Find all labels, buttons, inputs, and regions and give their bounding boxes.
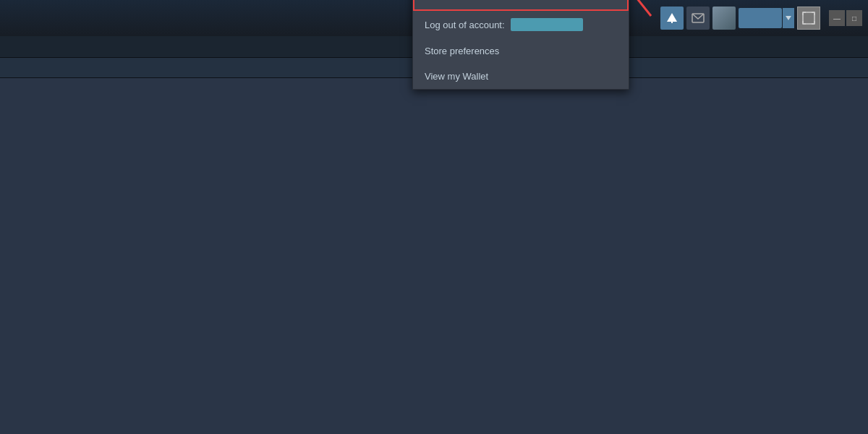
dropdown-arrow-btn[interactable] — [783, 8, 794, 28]
mail-icon[interactable] — [686, 7, 710, 30]
username-badge — [511, 18, 583, 31]
dropdown-item-store-preferences[interactable]: Store preferences — [413, 38, 629, 64]
notification-icon[interactable] — [660, 7, 684, 30]
svg-marker-3 — [786, 16, 791, 20]
window-controls: — □ — [829, 10, 862, 26]
avatar-icon[interactable] — [712, 7, 736, 30]
titlebar: — □ View my profile Account details Log … — [0, 0, 868, 36]
username-area[interactable] — [739, 8, 794, 28]
dropdown-item-account-details[interactable]: Account details — [413, 0, 629, 11]
svg-rect-1 — [671, 22, 673, 23]
dropdown-menu: View my profile Account details Log out … — [412, 0, 629, 90]
dropdown-item-log-out[interactable]: Log out of account: — [413, 11, 629, 38]
main-content — [0, 78, 868, 434]
svg-marker-0 — [667, 13, 677, 22]
svg-rect-4 — [803, 12, 814, 24]
minimize-button[interactable]: — — [829, 10, 845, 26]
maximize-button[interactable]: □ — [846, 10, 862, 26]
username-bar[interactable] — [739, 8, 782, 28]
dropdown-item-view-wallet[interactable]: View my Wallet — [413, 64, 629, 89]
titlebar-icons: — □ — [660, 7, 862, 30]
screenshot-icon[interactable] — [797, 7, 820, 30]
